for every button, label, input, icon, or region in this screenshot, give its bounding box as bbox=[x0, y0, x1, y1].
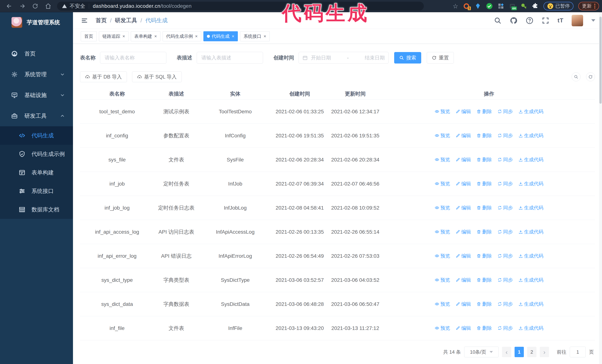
route-tab[interactable]: 链路追踪 × bbox=[99, 31, 129, 41]
refresh-button[interactable] bbox=[586, 73, 595, 81]
action-preview-link[interactable]: 预览 bbox=[435, 228, 450, 236]
action-edit-link[interactable]: 编辑 bbox=[456, 300, 471, 308]
user-avatar[interactable] bbox=[572, 15, 583, 26]
help-icon[interactable] bbox=[526, 17, 533, 24]
sidebar-item-database-doc[interactable]: 数据库文档 bbox=[0, 200, 73, 219]
bookmark-star-icon[interactable]: ☆ bbox=[453, 3, 458, 9]
action-generate-code-link[interactable]: 生成代码 bbox=[518, 228, 543, 236]
page-size-select[interactable]: 10条/页 bbox=[464, 347, 499, 357]
font-size-icon[interactable]: tT bbox=[558, 17, 563, 24]
action-edit-link[interactable]: 编辑 bbox=[456, 228, 471, 236]
github-icon[interactable] bbox=[510, 17, 517, 24]
avatar-caret-icon[interactable] bbox=[591, 19, 595, 22]
action-sync-link[interactable]: 同步 bbox=[497, 132, 513, 139]
action-sync-link[interactable]: 同步 bbox=[497, 204, 513, 211]
page-scrollbar[interactable] bbox=[599, 12, 602, 364]
tab-close-icon[interactable]: × bbox=[154, 34, 157, 39]
action-edit-link[interactable]: 编辑 bbox=[456, 156, 471, 163]
action-sync-link[interactable]: 同步 bbox=[497, 180, 513, 187]
sidebar-logo[interactable]: 芋道管理系统 bbox=[0, 12, 73, 32]
action-delete-link[interactable]: 删除 bbox=[477, 276, 492, 284]
breadcrumb-dev-tools[interactable]: 研发工具 bbox=[115, 17, 137, 24]
fullscreen-icon[interactable] bbox=[542, 17, 549, 24]
toggle-search-button[interactable] bbox=[572, 73, 580, 81]
action-generate-code-link[interactable]: 生成代码 bbox=[518, 252, 543, 260]
action-generate-code-link[interactable]: 生成代码 bbox=[518, 204, 543, 211]
action-generate-code-link[interactable]: 生成代码 bbox=[518, 108, 543, 115]
sidebar-item-system-management[interactable]: 系统管理 bbox=[0, 64, 73, 85]
action-delete-link[interactable]: 删除 bbox=[477, 324, 492, 332]
import-db-button[interactable]: 基于 DB 导入 bbox=[80, 72, 127, 82]
sidebar-item-infrastructure[interactable]: 基础设施 bbox=[0, 85, 73, 105]
action-sync-link[interactable]: 同步 bbox=[497, 276, 513, 284]
action-sync-link[interactable]: 同步 bbox=[497, 108, 513, 115]
route-tab[interactable]: 代码生成示例 × bbox=[163, 31, 201, 41]
table-name-input[interactable]: 请输入表名称 bbox=[100, 52, 166, 64]
action-delete-link[interactable]: 删除 bbox=[477, 108, 492, 115]
action-edit-link[interactable]: 编辑 bbox=[456, 324, 471, 332]
reset-button[interactable]: 重置 bbox=[427, 52, 454, 63]
action-delete-link[interactable]: 删除 bbox=[477, 132, 492, 139]
action-generate-code-link[interactable]: 生成代码 bbox=[518, 132, 543, 139]
action-generate-code-link[interactable]: 生成代码 bbox=[518, 300, 543, 308]
action-preview-link[interactable]: 预览 bbox=[435, 252, 450, 260]
action-generate-code-link[interactable]: 生成代码 bbox=[518, 156, 543, 163]
action-edit-link[interactable]: 编辑 bbox=[456, 252, 471, 260]
browser-menu-dots-icon[interactable] bbox=[594, 4, 595, 9]
profile-paused-badge[interactable]: 已暂停 bbox=[543, 2, 573, 10]
action-preview-link[interactable]: 预览 bbox=[435, 156, 450, 163]
route-tab[interactable]: 表单构建 × bbox=[131, 31, 161, 41]
action-preview-link[interactable]: 预览 bbox=[435, 180, 450, 187]
extension-icon-gem[interactable] bbox=[474, 3, 481, 10]
extension-icon-key[interactable] bbox=[520, 3, 527, 10]
action-generate-code-link[interactable]: 生成代码 bbox=[518, 180, 543, 187]
action-delete-link[interactable]: 删除 bbox=[477, 204, 492, 211]
action-edit-link[interactable]: 编辑 bbox=[456, 276, 471, 284]
action-sync-link[interactable]: 同步 bbox=[497, 324, 513, 332]
action-sync-link[interactable]: 同步 bbox=[497, 252, 513, 260]
tab-close-icon[interactable]: × bbox=[232, 34, 234, 39]
action-preview-link[interactable]: 预览 bbox=[435, 108, 450, 115]
home-icon[interactable] bbox=[44, 2, 52, 10]
action-generate-code-link[interactable]: 生成代码 bbox=[518, 276, 543, 284]
action-preview-link[interactable]: 预览 bbox=[435, 324, 450, 332]
page-button-2[interactable]: 2 bbox=[527, 347, 537, 357]
tab-close-icon[interactable]: × bbox=[264, 34, 266, 39]
import-sql-button[interactable]: 基于 SQL 导入 bbox=[132, 72, 182, 82]
browser-update-button[interactable]: 更新 bbox=[578, 2, 599, 10]
action-delete-link[interactable]: 删除 bbox=[477, 180, 492, 187]
hamburger-menu-icon[interactable] bbox=[80, 16, 88, 25]
action-delete-link[interactable]: 删除 bbox=[477, 300, 492, 308]
action-preview-link[interactable]: 预览 bbox=[435, 204, 450, 211]
route-tab[interactable]: 首页 bbox=[81, 31, 97, 41]
extension-icon-grid[interactable] bbox=[497, 3, 504, 10]
sidebar-item-form-builder[interactable]: 表单构建 bbox=[0, 163, 73, 182]
action-sync-link[interactable]: 同步 bbox=[497, 300, 513, 308]
sidebar-item-dev-tools[interactable]: 研发工具 bbox=[0, 105, 73, 126]
action-preview-link[interactable]: 预览 bbox=[435, 300, 450, 308]
page-button-1[interactable]: 1 bbox=[515, 347, 524, 357]
tab-close-icon[interactable]: × bbox=[195, 34, 198, 39]
action-sync-link[interactable]: 同步 bbox=[497, 156, 513, 163]
action-edit-link[interactable]: 编辑 bbox=[456, 108, 471, 115]
tab-close-icon[interactable]: × bbox=[122, 34, 125, 39]
extension-icon-orange[interactable]: 1 bbox=[463, 3, 470, 10]
action-delete-link[interactable]: 删除 bbox=[477, 156, 492, 163]
reload-icon[interactable] bbox=[32, 2, 39, 10]
forward-icon[interactable] bbox=[19, 2, 26, 10]
extension-icon-green-check[interactable] bbox=[486, 3, 493, 10]
action-preview-link[interactable]: 预览 bbox=[435, 276, 450, 284]
action-preview-link[interactable]: 预览 bbox=[435, 132, 450, 139]
back-icon[interactable] bbox=[6, 2, 13, 10]
create-time-range-picker[interactable]: 开始日期 - 结束日期 bbox=[299, 52, 389, 64]
action-edit-link[interactable]: 编辑 bbox=[456, 132, 471, 139]
action-sync-link[interactable]: 同步 bbox=[497, 228, 513, 236]
breadcrumb-home[interactable]: 首页 bbox=[96, 17, 107, 24]
search-icon[interactable] bbox=[494, 17, 502, 24]
route-tab[interactable]: 系统接口 × bbox=[240, 31, 270, 41]
sidebar-item-code-generation[interactable]: 代码生成 bbox=[0, 126, 73, 145]
next-page-button[interactable]: › bbox=[540, 347, 549, 357]
prev-page-button[interactable]: ‹ bbox=[502, 347, 511, 357]
action-generate-code-link[interactable]: 生成代码 bbox=[518, 324, 543, 332]
scrollbar-thumb[interactable] bbox=[599, 17, 602, 104]
